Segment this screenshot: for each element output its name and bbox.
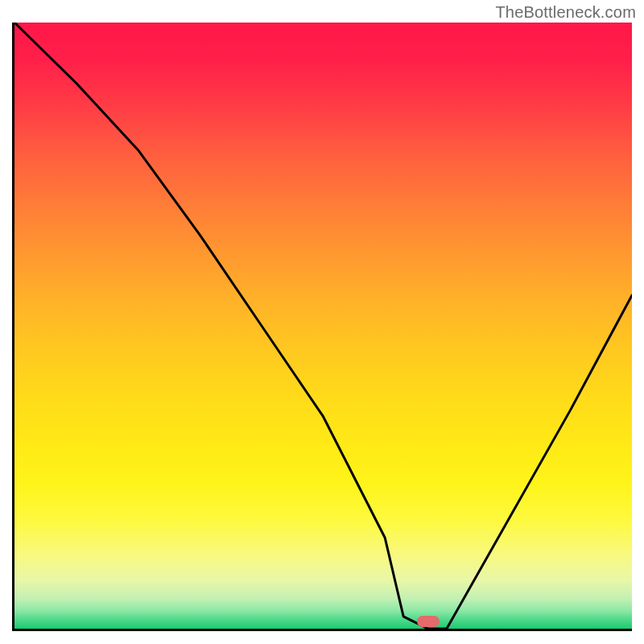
bottleneck-curve [14,23,632,629]
watermark-text: TheBottleneck.com [495,3,636,22]
plot-area [12,23,632,631]
chart-container: TheBottleneck.com [0,0,644,644]
curve-svg [14,23,632,629]
minimum-marker [417,616,440,627]
